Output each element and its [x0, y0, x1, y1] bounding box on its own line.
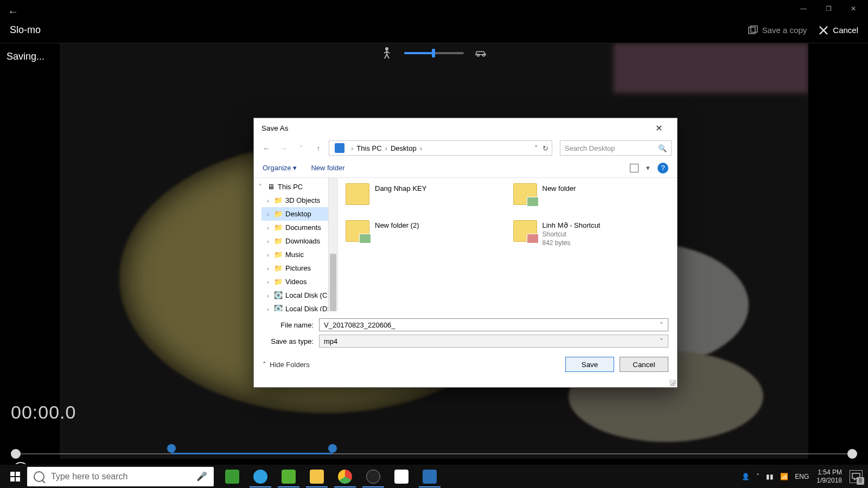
- taskbar-app-chrome[interactable]: [332, 466, 358, 487]
- chevron-down-icon[interactable]: ˅: [660, 321, 663, 329]
- tree-item[interactable]: Local Disk (C:): [285, 291, 331, 299]
- nav-back-icon[interactable]: ←: [259, 141, 273, 155]
- back-icon[interactable]: ←: [8, 5, 18, 18]
- address-dropdown-icon[interactable]: ˅: [534, 144, 538, 152]
- speed-slider[interactable]: [380, 47, 488, 60]
- chevron-right-icon[interactable]: ›: [265, 238, 271, 245]
- filetype-select[interactable]: mp4 ˅: [319, 335, 668, 348]
- pc-icon: 🖥: [266, 183, 276, 191]
- dialog-cancel-button[interactable]: Cancel: [620, 357, 668, 372]
- cortana-icon: [34, 471, 44, 482]
- chevron-down-icon[interactable]: ▾: [646, 164, 650, 172]
- taskbar-app-evernote[interactable]: [219, 466, 245, 487]
- slomo-range-end[interactable]: [328, 444, 337, 453]
- save-copy-icon: [748, 25, 758, 35]
- taskbar-app-green[interactable]: [276, 466, 302, 487]
- tree-item-desktop[interactable]: Desktop: [285, 210, 311, 218]
- save-copy-label: Save a copy: [762, 25, 807, 35]
- address-bar[interactable]: › This PC › Desktop › ˅ ↻: [329, 140, 552, 156]
- tree-item[interactable]: 3D Objects: [285, 196, 320, 204]
- view-options-icon[interactable]: [630, 164, 639, 172]
- tree-item[interactable]: Downloads: [285, 237, 320, 245]
- tree-item[interactable]: Pictures: [285, 264, 311, 272]
- chevron-down-icon[interactable]: ˅: [660, 337, 663, 345]
- save-button[interactable]: Save: [565, 357, 614, 372]
- tree-item[interactable]: Documents: [285, 223, 321, 232]
- chevron-right-icon[interactable]: ›: [265, 265, 271, 272]
- file-name: Linh Mỡ - Shortcut: [542, 221, 601, 229]
- filename-input[interactable]: V_20170823_220606_ ˅: [319, 318, 668, 331]
- list-item[interactable]: New folder: [513, 183, 670, 217]
- list-item[interactable]: New folder (2): [346, 220, 502, 254]
- wifi-icon[interactable]: 📶: [780, 473, 788, 480]
- organize-button[interactable]: Organize ▾: [263, 164, 297, 172]
- cancel-button[interactable]: Cancel: [819, 25, 858, 35]
- slomo-range-start[interactable]: [167, 444, 176, 453]
- taskbar-app-explorer[interactable]: [304, 466, 330, 487]
- save-copy-button[interactable]: Save a copy: [748, 25, 807, 35]
- tree-item[interactable]: Local Disk (D:): [285, 305, 331, 311]
- taskbar-search[interactable]: Type here to search 🎤: [27, 467, 214, 486]
- timeline-start-handle[interactable]: [11, 449, 21, 459]
- taskbar-clock[interactable]: 1:54 PM 1/9/2018: [816, 468, 842, 485]
- tray-chevron-icon[interactable]: ˄: [756, 473, 760, 480]
- chevron-right-icon[interactable]: ›: [265, 279, 271, 285]
- taskbar-app-telegram[interactable]: [247, 466, 273, 487]
- notification-icon[interactable]: 8: [850, 470, 863, 483]
- taskbar-app-settings[interactable]: [360, 466, 386, 487]
- walker-icon: [380, 47, 393, 60]
- tree-item[interactable]: Music: [285, 251, 304, 259]
- timeline-track[interactable]: [11, 453, 857, 454]
- start-button[interactable]: [5, 467, 25, 486]
- battery-icon[interactable]: ▮▮: [766, 473, 774, 480]
- hide-folders-toggle[interactable]: ˄ Hide Folders: [263, 361, 310, 369]
- speed-knob[interactable]: [432, 49, 435, 57]
- svg-point-2: [385, 47, 388, 50]
- new-folder-button[interactable]: New folder: [311, 164, 344, 172]
- slomo-range[interactable]: [171, 453, 332, 454]
- refresh-icon[interactable]: ↻: [542, 144, 548, 152]
- taskbar-app-photos[interactable]: [417, 466, 443, 487]
- nav-forward-icon[interactable]: →: [277, 141, 291, 155]
- breadcrumb-leaf[interactable]: Desktop: [391, 144, 417, 152]
- timeline-end-handle[interactable]: [847, 449, 857, 459]
- list-item[interactable]: Dang Nhap KEY: [346, 183, 502, 217]
- tree-scrollbar[interactable]: [328, 178, 337, 311]
- chevron-right-icon[interactable]: ›: [265, 197, 271, 204]
- file-name: New folder: [542, 184, 576, 192]
- chevron-right-icon[interactable]: ›: [265, 306, 271, 312]
- drive-icon: 💽: [273, 292, 283, 299]
- mic-icon[interactable]: 🎤: [196, 471, 207, 481]
- filetype-value: mp4: [324, 337, 337, 345]
- language-indicator[interactable]: ENG: [795, 473, 809, 480]
- chevron-right-icon[interactable]: ›: [265, 292, 271, 299]
- help-icon[interactable]: ?: [658, 163, 668, 174]
- tree-item-thispc[interactable]: This PC: [278, 183, 303, 191]
- svg-point-3: [477, 54, 479, 56]
- search-input[interactable]: Search Desktop 🔍: [560, 140, 672, 156]
- chevron-right-icon[interactable]: ›: [265, 252, 271, 258]
- nav-up-icon[interactable]: ↑: [311, 141, 326, 155]
- nav-recent-icon[interactable]: ˅: [294, 141, 308, 155]
- windows-icon: [10, 472, 20, 481]
- breadcrumb-root[interactable]: This PC: [356, 144, 381, 152]
- window-minimize[interactable]: —: [791, 0, 816, 17]
- chevron-right-icon[interactable]: ›: [265, 211, 271, 217]
- resize-grip[interactable]: [669, 380, 676, 386]
- chevron-right-icon[interactable]: ›: [265, 224, 271, 231]
- folder-tree[interactable]: ˅🖥This PC ›📁3D Objects ›📁Desktop ›📁Docum…: [254, 178, 338, 311]
- file-list[interactable]: Dang Nhap KEY New folder New folder (2) …: [338, 178, 677, 311]
- pc-icon: [335, 143, 344, 153]
- people-icon[interactable]: 👤: [742, 473, 750, 480]
- chevron-down-icon[interactable]: ˅: [257, 183, 264, 190]
- saving-status: Saving...: [7, 51, 44, 62]
- taskbar-app-store[interactable]: [388, 466, 414, 487]
- drive-icon: 💽: [273, 305, 283, 312]
- window-close[interactable]: ✕: [841, 0, 866, 17]
- list-item[interactable]: Linh Mỡ - Shortcut Shortcut 842 bytes: [513, 220, 670, 254]
- dialog-close-icon[interactable]: ✕: [648, 123, 669, 133]
- file-name: New folder (2): [375, 221, 419, 229]
- window-maximize[interactable]: ❐: [816, 0, 841, 17]
- folder-icon: 📁: [273, 265, 283, 272]
- tree-item[interactable]: Videos: [285, 278, 307, 286]
